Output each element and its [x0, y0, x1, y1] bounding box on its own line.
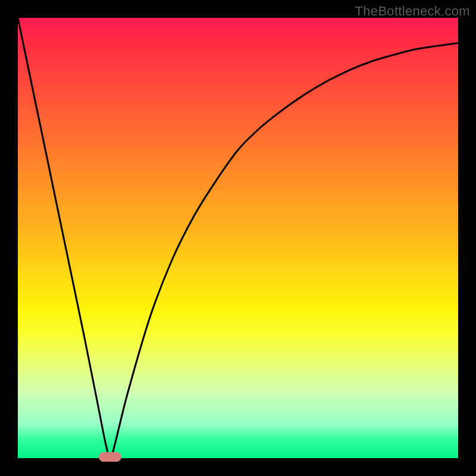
- chart-plot-area: [18, 18, 458, 458]
- watermark-text: TheBottleneck.com: [355, 4, 470, 19]
- chart-frame: TheBottleneck.com: [0, 0, 476, 476]
- minimum-marker: [99, 452, 121, 462]
- bottleneck-curve: [18, 18, 458, 458]
